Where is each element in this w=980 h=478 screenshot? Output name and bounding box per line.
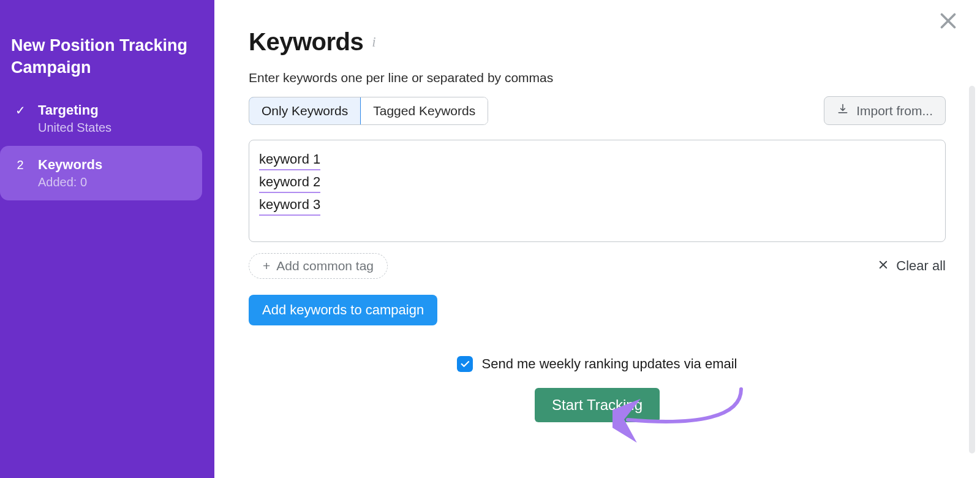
clear-all-button[interactable]: Clear all [878,258,946,274]
checkbox-label: Send me weekly ranking updates via email [481,356,737,372]
wizard-sidebar: New Position Tracking Campaign ✓ Targeti… [0,0,214,478]
step-subtitle: United States [38,121,111,135]
weekly-email-checkbox-row[interactable]: Send me weekly ranking updates via email [457,356,737,372]
keyword-entry: keyword 1 [259,149,320,170]
add-common-tag-button[interactable]: + Add common tag [249,253,388,279]
step-title: Targeting [38,102,111,118]
scrollbar[interactable] [969,86,975,453]
page-title: Keywords [249,28,363,56]
hint-text: Enter keywords one per line or separated… [249,70,946,85]
sidebar-title: New Position Tracking Campaign [0,0,214,91]
add-keywords-button[interactable]: Add keywords to campaign [249,295,437,325]
info-icon[interactable]: i [372,34,375,50]
step-number: 2 [13,157,27,173]
close-icon[interactable] [937,10,962,34]
main-panel: Keywords i Enter keywords one per line o… [214,0,980,478]
keyword-entry: keyword 3 [259,194,320,216]
keyword-entry: keyword 2 [259,172,320,193]
step-targeting[interactable]: ✓ Targeting United States [0,91,214,146]
import-button[interactable]: Import from... [824,96,946,125]
import-label: Import from... [856,104,933,118]
tab-tagged-keywords[interactable]: Tagged Keywords [360,97,488,124]
tab-only-keywords[interactable]: Only Keywords [249,97,361,125]
clear-all-label: Clear all [896,258,946,274]
keyword-mode-toggle: Only Keywords Tagged Keywords [249,97,488,125]
step-keywords[interactable]: 2 Keywords Added: 0 [0,146,202,200]
step-subtitle: Added: 0 [38,175,102,189]
plus-icon: + [263,259,270,273]
step-title: Keywords [38,157,102,173]
start-tracking-button[interactable]: Start Tracking [535,388,660,422]
add-tag-label: Add common tag [276,259,374,273]
x-icon [878,258,889,274]
check-icon: ✓ [13,102,27,118]
download-icon [837,103,849,118]
checkbox-checked-icon[interactable] [457,356,473,372]
keywords-input[interactable]: keyword 1 keyword 2 keyword 3 [249,140,946,242]
